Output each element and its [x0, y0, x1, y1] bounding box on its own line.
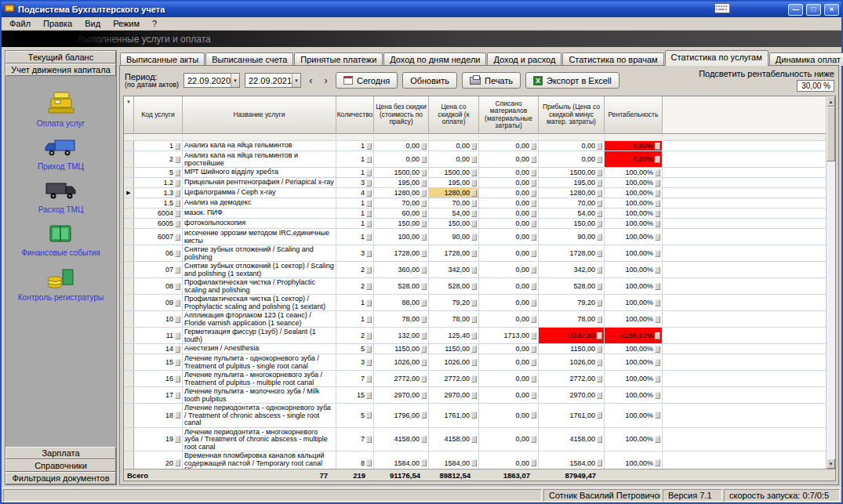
cell-price[interactable]: 2970,00	[374, 387, 429, 403]
cell-spin-button[interactable]	[366, 156, 372, 163]
cell-spin-button[interactable]	[597, 200, 602, 207]
cell-spin-button[interactable]	[597, 346, 602, 353]
cell-spin-button[interactable]	[175, 316, 180, 323]
date-from-select[interactable]: 22.09.2020 ▼	[183, 73, 240, 88]
sidebar-item-приход-тмц[interactable]: Приход ТМЦ	[38, 137, 84, 171]
cell-price[interactable]: 150,00	[374, 219, 429, 228]
cell-spin-button[interactable]	[366, 200, 372, 207]
cell-spin-button[interactable]	[597, 332, 602, 339]
cell-name[interactable]: Анализ кала на яйца гельминтов	[183, 141, 336, 150]
cell-price[interactable]: 70,00	[374, 198, 429, 208]
cell-quantity[interactable]: 1	[336, 141, 374, 150]
cell-discount-price[interactable]: 1150,00	[429, 344, 479, 354]
cell-quantity[interactable]: 5	[336, 404, 374, 427]
cell-spin-button[interactable]	[655, 250, 660, 257]
cell-spin-button[interactable]	[531, 156, 536, 163]
cell-spin-button[interactable]	[421, 459, 427, 466]
cell-spin-button[interactable]	[471, 283, 477, 290]
cell-code[interactable]: 18	[134, 404, 183, 427]
cell-quantity[interactable]: 2	[336, 262, 374, 277]
cell-name[interactable]: Профилактическая чистка / Prophylactic s…	[183, 278, 336, 294]
cell-code[interactable]: 08	[134, 278, 183, 294]
cell-spin-button[interactable]	[175, 346, 180, 353]
cell-spin-button[interactable]	[366, 346, 372, 353]
cell-spin-button[interactable]	[597, 267, 602, 274]
cell-spin-button[interactable]	[175, 375, 180, 383]
cell-spin-button[interactable]	[471, 267, 477, 274]
cell-profitability[interactable]: 100,00%	[605, 208, 663, 218]
table-row[interactable]: 06Снятие зубных отложений / Scaling and …	[124, 245, 835, 262]
tab-выписанные-счета[interactable]: Выписанные счета	[205, 53, 293, 66]
cell-quantity[interactable]: 3	[336, 245, 374, 261]
cell-profit[interactable]: 78,00	[539, 311, 605, 327]
cell-spin-button[interactable]	[471, 299, 477, 306]
cell-profit[interactable]: 70,00	[539, 198, 605, 208]
cell-spin-button[interactable]	[655, 359, 660, 366]
cell-name[interactable]: иссечение эррозии методом IRC,единичные …	[183, 229, 336, 245]
cell-profitability[interactable]: 100,00%	[605, 354, 663, 370]
cell-materials[interactable]: 0,00	[479, 151, 539, 167]
cell-materials[interactable]: 0,00	[479, 311, 539, 327]
cell-name[interactable]: Профилактическая чистка (1 сектор) / Pro…	[183, 295, 336, 310]
cell-price[interactable]: 0,00	[374, 141, 429, 150]
title-bar[interactable]: Подсистема Бухгалтерского учета — □ ×	[2, 2, 841, 17]
filter-cell[interactable]	[479, 134, 539, 140]
cell-spin-button[interactable]	[366, 283, 372, 290]
cell-spin-button[interactable]	[655, 190, 660, 197]
cell-discount-price[interactable]: 0,00	[429, 141, 479, 150]
cell-spin-button[interactable]	[421, 412, 427, 419]
cell-materials[interactable]: 1713,00	[479, 328, 539, 343]
cell-spin-button[interactable]	[531, 332, 536, 339]
cell-profit[interactable]: 1026,00	[539, 354, 605, 370]
cell-spin-button[interactable]	[175, 267, 180, 274]
column-header-discount-price[interactable]: Цена со скидкой (к оплате)	[429, 96, 479, 133]
cell-spin-button[interactable]	[471, 332, 477, 339]
cell-spin-button[interactable]	[366, 267, 372, 274]
cell-spin-button[interactable]	[175, 250, 180, 257]
table-row[interactable]: 1.5Анализ на демодекс170,0070,000,0070,0…	[124, 198, 835, 208]
cell-profit[interactable]: 528,00	[539, 278, 605, 294]
scrollbar-thumb[interactable]	[827, 107, 835, 161]
cell-profitability[interactable]: 100,00%	[605, 219, 663, 228]
cell-spin-button[interactable]	[597, 234, 602, 241]
cell-spin-button[interactable]	[531, 436, 536, 443]
cell-spin-button[interactable]	[421, 283, 427, 290]
tab-доход-по-дням-недели[interactable]: Доход по дням недели	[383, 53, 486, 66]
cell-spin-button[interactable]	[421, 316, 427, 323]
cell-spin-button[interactable]	[471, 190, 477, 197]
cell-profit[interactable]: 0,00	[539, 151, 605, 167]
table-row[interactable]: 08Профилактическая чистка / Prophylactic…	[124, 278, 835, 295]
table-row[interactable]: 17Лечение пульпита - молочного зуба / Mi…	[124, 387, 835, 404]
cell-discount-price[interactable]: 90,00	[429, 229, 479, 245]
cell-name[interactable]: Лечение периодонтита - однокорневого зуб…	[183, 404, 336, 427]
cell-materials[interactable]: 0,00	[479, 141, 539, 150]
cell-price[interactable]: 1584,00	[374, 451, 429, 469]
cell-discount-price[interactable]: 1500,00	[429, 168, 479, 177]
chevron-down-icon[interactable]: ▼	[292, 74, 300, 87]
table-row[interactable]: 14Анестезия / Anesthesia51150,001150,000…	[124, 344, 835, 354]
cell-profitability[interactable]: 100,00%	[605, 188, 663, 198]
cell-spin-button[interactable]	[531, 375, 536, 383]
cell-discount-price[interactable]: 528,00	[429, 278, 479, 294]
cell-name[interactable]: Снятие зубных отложений (1 сектор) / Sca…	[183, 262, 336, 277]
cell-spin-button[interactable]	[655, 210, 660, 217]
cell-price[interactable]: 1026,00	[374, 354, 429, 370]
cell-code[interactable]: 11	[134, 328, 183, 343]
cell-profitability[interactable]: 100,00%	[605, 198, 663, 208]
cell-spin-button[interactable]	[366, 143, 372, 150]
cell-spin-button[interactable]	[175, 412, 180, 419]
cell-profitability[interactable]: 100,00%	[605, 229, 663, 245]
maximize-button[interactable]: □	[806, 4, 821, 16]
cell-quantity[interactable]: 2	[336, 328, 374, 343]
cell-spin-button[interactable]	[175, 156, 180, 163]
cell-spin-button[interactable]	[655, 459, 660, 466]
cell-spin-button[interactable]	[175, 283, 180, 290]
cell-spin-button[interactable]	[421, 156, 427, 163]
cell-materials[interactable]: 0,00	[479, 404, 539, 427]
tab-статистика-по-услугам[interactable]: Статистика по услугам	[665, 50, 769, 66]
cell-name[interactable]: мазок. ПИФ	[183, 208, 336, 218]
cell-spin-button[interactable]	[531, 283, 536, 290]
cell-price[interactable]: 4158,00	[374, 428, 429, 451]
cell-spin-button[interactable]	[471, 200, 477, 207]
filter-cell[interactable]	[336, 134, 374, 140]
